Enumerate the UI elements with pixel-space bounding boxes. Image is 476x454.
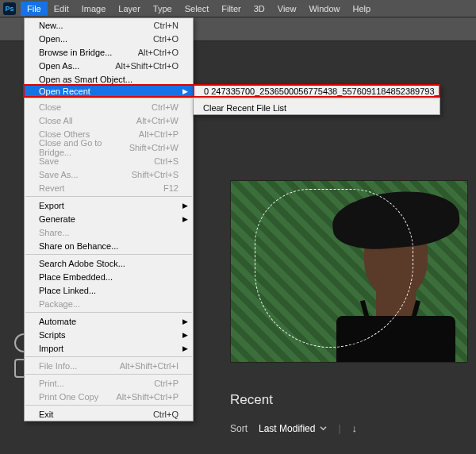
menu-exit[interactable]: ExitCtrl+Q [25,407,193,421]
recent-heading: Recent [230,392,273,408]
menu-save[interactable]: SaveCtrl+S [25,154,193,167]
menu-generate[interactable]: Generate▶ [25,212,193,225]
menu-filter[interactable]: Filter [215,2,247,16]
clear-recent-list[interactable]: Clear Recent File List [194,101,440,114]
submenu-arrow-icon: ▶ [182,344,188,352]
separator [25,196,192,197]
menu-close-all[interactable]: Close AllAlt+Ctrl+W [25,114,193,127]
menu-open-recent[interactable]: Open Recent▶ [23,84,194,98]
menu-layer[interactable]: Layer [112,2,147,16]
menu-share[interactable]: Share... [25,225,193,239]
sort-dropdown[interactable]: Last Modified [259,423,327,434]
recent-file-0[interactable]: 0 247335700_2536500056775438_55760911848… [193,84,440,98]
menu-package[interactable]: Package... [25,297,193,310]
separator [25,312,192,313]
menu-place-linked[interactable]: Place Linked... [25,283,193,297]
menu-save-as[interactable]: Save As...Shift+Ctrl+S [25,167,193,181]
menu-close-bridge[interactable]: Close and Go to Bridge...Shift+Ctrl+W [25,140,193,154]
menu-image[interactable]: Image [75,2,113,16]
menu-select[interactable]: Select [178,2,216,16]
menu-3d[interactable]: 3D [248,2,271,16]
menu-file-info[interactable]: File Info...Alt+Shift+Ctrl+I [25,359,193,372]
file-menu-dropdown: New...Ctrl+N Open...Ctrl+O Browse in Bri… [24,17,194,421]
menu-export[interactable]: Export▶ [25,198,193,212]
menu-revert[interactable]: RevertF12 [25,181,193,194]
menu-close[interactable]: CloseCtrl+W [25,100,193,114]
menu-window[interactable]: Window [302,2,346,16]
document-canvas[interactable] [230,180,468,363]
submenu-arrow-icon: ▶ [182,87,188,95]
menu-new[interactable]: New...Ctrl+N [25,18,193,32]
menu-type[interactable]: Type [147,2,178,16]
open-recent-submenu: 0 247335700_2536500056775438_55760911848… [193,84,440,115]
submenu-arrow-icon: ▶ [182,317,188,325]
menu-print-one[interactable]: Print One CopyAlt+Shift+Ctrl+P [25,390,193,403]
separator [25,98,192,98]
sort-value: Last Modified [259,423,315,434]
menu-import[interactable]: Import▶ [25,341,193,355]
menubar: Ps File Edit Image Layer Type Select Fil… [0,0,476,17]
separator [25,356,192,357]
sort-direction-icon[interactable]: ↓ [352,422,358,434]
separator [25,405,192,406]
menu-print[interactable]: Print...Ctrl+P [25,376,193,390]
menu-scripts[interactable]: Scripts▶ [25,328,193,341]
sort-controls: Sort Last Modified | ↓ [230,422,357,434]
menu-help[interactable]: Help [347,2,378,16]
separator [25,254,192,255]
submenu-arrow-icon: ▶ [182,202,188,210]
menu-open-as[interactable]: Open As...Alt+Shift+Ctrl+O [25,59,193,72]
menu-behance[interactable]: Share on Behance... [25,239,193,252]
separator [194,98,439,99]
app-icon: Ps [3,2,16,15]
menu-open[interactable]: Open...Ctrl+O [25,32,193,45]
submenu-arrow-icon: ▶ [182,215,188,223]
submenu-arrow-icon: ▶ [182,331,188,339]
sort-label: Sort [230,423,248,434]
menu-file[interactable]: File [21,2,48,16]
menu-place-embedded[interactable]: Place Embedded... [25,270,193,283]
menu-automate[interactable]: Automate▶ [25,314,193,328]
chevron-down-icon [320,423,327,434]
menu-adobe-stock[interactable]: Search Adobe Stock... [25,256,193,270]
menu-view[interactable]: View [271,2,303,16]
menu-browse-bridge[interactable]: Browse in Bridge...Alt+Ctrl+O [25,45,193,59]
separator [25,374,192,375]
divider: | [338,423,340,434]
menu-edit[interactable]: Edit [48,2,75,16]
